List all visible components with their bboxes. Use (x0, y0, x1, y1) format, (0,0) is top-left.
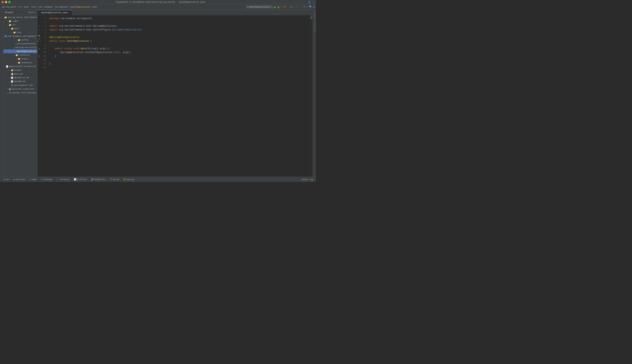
traffic-lights (2, 1, 11, 3)
spring-tab-label: Spring (127, 178, 134, 181)
git-commit-button[interactable]: ✓ (296, 6, 297, 8)
code-area[interactable]: package com.example.springoauth; import … (48, 15, 310, 177)
debug-button[interactable]: 🐛 (277, 6, 280, 8)
tab-close-button[interactable]: ✕ (69, 12, 70, 14)
search-button[interactable]: 🔍 (309, 6, 312, 8)
import-path-2a: org.springframework.boot.autoconfigure. (59, 28, 112, 32)
close-button[interactable] (2, 1, 4, 3)
tree-item-templates[interactable]: › 📁 templates (4, 61, 37, 64)
line-num-8: 8 (41, 44, 47, 46)
profiler-tab[interactable]: 📊 Profiler (72, 177, 89, 182)
minimize-button[interactable] (5, 1, 7, 3)
editor-content[interactable]: 1 2 ▸ 3 ▸ 4 (37, 15, 312, 177)
tree-item-readme-en[interactable]: › 📝 README.en.md (4, 76, 37, 80)
breadcrumb-method[interactable]: main (92, 6, 97, 8)
tree-item-idea[interactable]: › 📁 .idea (4, 19, 37, 23)
main-folder-icon: 📁 (11, 28, 14, 30)
tree-item-java[interactable]: ▾ 📁 java (4, 30, 37, 34)
breadcrumb-file[interactable]: OauthApplication (70, 6, 90, 8)
tree-item-oauth-config[interactable]: › ☕ OauthServerConfig (4, 46, 37, 50)
panel-collapse-all[interactable]: ⇄ (30, 11, 32, 14)
package-icon: 🔷 (5, 35, 7, 38)
maximize-button[interactable] (8, 1, 11, 3)
tree-item-src[interactable]: ▾ 📁 src (4, 23, 37, 27)
tree-arrow-templates: › (16, 62, 18, 64)
tree-item-static[interactable]: › 📁 static (4, 57, 37, 61)
tree-item-package[interactable]: ▾ 🔷 com.example.springoauth (4, 34, 37, 38)
favorites-icon[interactable]: ★ (1, 15, 3, 17)
bookmark-marker-11[interactable]: ⬛ (38, 56, 40, 57)
tree-item-pom[interactable]: › 📋 pom.xml (4, 72, 37, 76)
event-log-tab[interactable]: Event Log (300, 177, 315, 182)
tree-item-oauth-app[interactable]: › ☕ OauthApplication (4, 50, 37, 53)
fold-marker-7[interactable]: ▸ (40, 40, 41, 42)
tree-item-target[interactable]: › 📁 target (4, 68, 37, 72)
scrollbar-area[interactable] (310, 15, 312, 177)
todo-tab[interactable]: ☑ TODO (28, 177, 39, 182)
terminal-tab[interactable]: ⬛ Terminal (55, 177, 72, 182)
readme-icon: 📝 (11, 80, 14, 83)
git-push-button[interactable]: ↑ (298, 6, 299, 8)
breadcrumb-example[interactable]: example (44, 6, 53, 8)
breadcrumb-java[interactable]: java (31, 6, 36, 8)
run-configuration[interactable]: ▶ OauthApplication ▾ (246, 5, 273, 8)
tree-item-main[interactable]: ▾ 📁 main (4, 27, 37, 30)
tree-item-app-props[interactable]: › 📄 application.properties (4, 64, 37, 68)
stop-button[interactable]: ■ (287, 6, 288, 8)
kw-static: static (64, 47, 74, 50)
tab-oauth-application[interactable]: ☕ OauthApplication.java ✕ (37, 10, 72, 15)
settings-button[interactable]: ⚙ (313, 6, 314, 8)
run-marker-7[interactable]: ▶ (38, 40, 39, 42)
tree-item-resources[interactable]: ▾ 📁 resources (4, 53, 37, 57)
tree-item-readme[interactable]: › 📝 README.md (4, 80, 37, 83)
profile-run-button[interactable]: ⏱ (284, 6, 286, 8)
tree-item-iml[interactable]: › 🔧 springoauth.iml (4, 83, 37, 87)
coverage-button[interactable]: ☂ (281, 6, 282, 8)
code-line-13: } (50, 62, 309, 66)
git-history-button[interactable]: ⏲ (303, 6, 306, 8)
search-usage-icon[interactable]: 🔍 (38, 35, 40, 37)
profile-icon[interactable]: 👤 (308, 1, 310, 3)
tree-readme-en-label: README.en.md (14, 76, 29, 79)
line-num-5: 5 (41, 32, 47, 35)
build-tab[interactable]: 🔨 Build (108, 177, 121, 182)
git-pull-button[interactable]: ↓ (301, 6, 302, 8)
database-panel-toggle[interactable]: Database (313, 11, 315, 20)
breadcrumb-springoauth[interactable]: springoauth (55, 6, 69, 8)
tree-item-config[interactable]: ▾ 📁 config (4, 38, 37, 42)
panel-settings[interactable]: ⚙ (33, 11, 34, 14)
project-panel-toggle[interactable]: P (1, 11, 3, 12)
endpoints-tab[interactable]: 🔗 Endpoints (89, 177, 108, 182)
panel-close[interactable]: ✕ (34, 11, 36, 14)
breadcrumb-src[interactable]: src (19, 6, 22, 8)
vcs-icon[interactable]: ⎇ (312, 1, 314, 3)
gutter-icon-9: ▶ (37, 47, 41, 50)
problems-tab[interactable]: ⚠ Problems (39, 177, 54, 182)
breadcrumb-project[interactable]: spring_oauth (2, 6, 17, 8)
titlebar-actions: 👤 ⎇ (308, 1, 314, 3)
line-num-11: 11 (41, 55, 47, 58)
run-button[interactable]: ▶ (274, 6, 276, 8)
code-line-11: } (50, 54, 309, 58)
breadcrumb-com[interactable]: com (38, 6, 42, 8)
tree-item-ext-libs[interactable]: › 📚 External Libraries (4, 87, 37, 91)
tree-item-jwt[interactable]: › ☕ JwtTokenEnhancer (4, 42, 37, 46)
undo-button[interactable]: ↩ (307, 6, 308, 8)
git-tab[interactable]: ⎇ Git (1, 177, 12, 182)
run-marker-9[interactable]: ▶ (39, 48, 40, 50)
tree-target-label: target (14, 69, 22, 71)
breadcrumb-main[interactable]: main (24, 6, 29, 8)
bottom-toolbar: ⎇ Git ▶ Services ☑ TODO ⚠ Problems ⬛ Ter… (0, 177, 316, 182)
services-tab[interactable]: ▶ Services (12, 177, 28, 182)
tab-label: OauthApplication.java (41, 12, 68, 14)
tree-item-root[interactable]: ▾ 📁 spring_oauth [springoauth] (4, 16, 37, 19)
run-config-dropdown-icon[interactable]: ▾ (270, 6, 272, 8)
line-num-9: 9 (41, 47, 47, 50)
tree-item-scratches[interactable]: › ✏ Scratches and Consoles (4, 91, 37, 95)
titlebar: feignoauth [~/Documents/code/gitee/sprin… (0, 0, 316, 4)
panel-expand-all[interactable]: ⇅ (29, 11, 30, 14)
structure-panel-toggle[interactable]: Structure (313, 22, 315, 31)
line-gutter: 1 2 ▸ 3 ▸ 4 (37, 15, 48, 177)
spring-tab[interactable]: 🌿 Spring (121, 177, 136, 182)
kw-void: void (74, 47, 81, 50)
